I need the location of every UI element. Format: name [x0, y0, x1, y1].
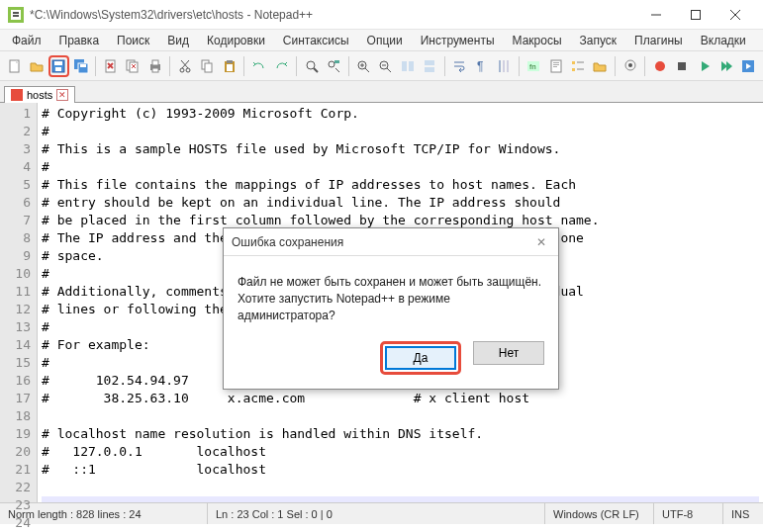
- svg-rect-3: [13, 15, 19, 17]
- svg-rect-5: [692, 10, 701, 19]
- toolbar-separator: [519, 56, 520, 76]
- menu-плагины[interactable]: Плагины: [626, 32, 691, 49]
- replace-icon[interactable]: [323, 55, 343, 77]
- svg-point-65: [628, 63, 632, 67]
- svg-rect-34: [227, 64, 233, 71]
- menu-синтаксисы[interactable]: Синтаксисы: [275, 32, 357, 49]
- toolbar-separator: [644, 56, 645, 76]
- svg-line-36: [314, 68, 318, 72]
- svg-rect-59: [553, 66, 557, 67]
- svg-rect-2: [13, 12, 19, 14]
- dialog-message-1: Файл не может быть сохранен и может быть…: [238, 274, 544, 291]
- open-file-icon[interactable]: [26, 55, 47, 77]
- menu-запуск[interactable]: Запуск: [572, 32, 625, 49]
- status-bar: Norm length : 828 lines : 24 Ln : 23 Col…: [0, 502, 763, 524]
- dialog-yes-button[interactable]: Да: [385, 346, 456, 370]
- svg-rect-49: [425, 67, 434, 72]
- unsaved-icon: [11, 89, 23, 101]
- dialog-no-button[interactable]: Нет: [473, 341, 544, 365]
- svg-rect-24: [152, 60, 158, 65]
- play-macro-icon[interactable]: [694, 55, 715, 77]
- dialog-yes-highlight: Да: [380, 341, 461, 375]
- menu-правка[interactable]: Правка: [51, 32, 108, 49]
- menu-кодировки[interactable]: Кодировки: [199, 32, 273, 49]
- paste-icon[interactable]: [219, 55, 239, 77]
- doc-map-icon[interactable]: [545, 55, 566, 77]
- show-all-chars-icon[interactable]: ¶: [471, 55, 492, 77]
- svg-rect-58: [553, 64, 559, 65]
- close-button[interactable]: [715, 1, 755, 29]
- svg-line-45: [387, 68, 391, 72]
- sync-h-icon[interactable]: [419, 55, 439, 77]
- svg-marker-68: [702, 61, 710, 71]
- cut-icon[interactable]: [174, 55, 195, 77]
- maximize-button[interactable]: [676, 1, 715, 29]
- copy-icon[interactable]: [197, 55, 218, 77]
- dialog-titlebar: Ошибка сохранения ✕: [224, 228, 558, 256]
- svg-line-29: [181, 60, 188, 68]
- dialog-close-icon[interactable]: ✕: [532, 235, 550, 249]
- new-file-icon[interactable]: [4, 55, 25, 77]
- menu-файл[interactable]: Файл: [4, 32, 49, 49]
- lang-icon[interactable]: fn: [524, 55, 544, 77]
- menu-опции[interactable]: Опции: [359, 32, 411, 49]
- svg-rect-47: [409, 61, 414, 71]
- status-length: Norm length : 828 lines : 24: [0, 503, 208, 524]
- tab-hosts[interactable]: hosts ✕: [4, 86, 75, 103]
- svg-text:¶: ¶: [477, 59, 483, 73]
- print-icon[interactable]: [144, 55, 165, 77]
- status-mode[interactable]: INS: [723, 503, 763, 524]
- toolbar-separator: [95, 56, 96, 76]
- svg-line-42: [365, 68, 369, 72]
- window-title: *C:\Windows\System32\drivers\etc\hosts -…: [30, 8, 636, 22]
- title-bar: *C:\Windows\System32\drivers\etc\hosts -…: [0, 0, 763, 30]
- find-icon[interactable]: [301, 55, 322, 77]
- status-encoding[interactable]: UTF-8: [654, 503, 723, 524]
- tab-close-icon[interactable]: ✕: [56, 89, 68, 101]
- stop-macro-icon[interactable]: [672, 55, 693, 77]
- toolbar-separator: [296, 56, 297, 76]
- svg-rect-46: [402, 61, 407, 71]
- zoom-in-icon[interactable]: [353, 55, 374, 77]
- dialog-body: Файл не может быть сохранен и может быть…: [224, 256, 558, 331]
- close-file-icon[interactable]: [100, 55, 121, 77]
- save-error-dialog: Ошибка сохранения ✕ Файл не может быть с…: [223, 227, 559, 390]
- svg-rect-48: [425, 60, 434, 65]
- toolbar-separator: [615, 56, 616, 76]
- menu-вид[interactable]: Вид: [159, 32, 197, 49]
- status-position: Ln : 23 Col : 1 Sel : 0 | 0: [208, 503, 545, 524]
- monitor-icon[interactable]: [620, 55, 640, 77]
- close-all-icon[interactable]: [123, 55, 143, 77]
- window-controls: [636, 1, 755, 29]
- record-macro-icon[interactable]: [649, 55, 670, 77]
- menu-вкладки[interactable]: Вкладки: [693, 32, 754, 49]
- folder-icon[interactable]: [590, 55, 611, 77]
- status-eol[interactable]: Windows (CR LF): [545, 503, 654, 524]
- menu-макросы[interactable]: Макросы: [505, 32, 570, 49]
- save-icon[interactable]: [48, 55, 69, 77]
- svg-rect-25: [152, 68, 158, 72]
- sync-v-icon[interactable]: [397, 55, 418, 77]
- save-all-icon[interactable]: [70, 55, 91, 77]
- zoom-out-icon[interactable]: [375, 55, 396, 77]
- indent-guide-icon[interactable]: [493, 55, 514, 77]
- wordwrap-icon[interactable]: [449, 55, 470, 77]
- tab-label: hosts: [27, 89, 52, 101]
- svg-rect-20: [130, 62, 138, 72]
- save-macro-icon[interactable]: [738, 55, 759, 77]
- svg-text:fn: fn: [529, 62, 536, 71]
- minimize-button[interactable]: [636, 1, 676, 29]
- func-list-icon[interactable]: [567, 55, 588, 77]
- svg-rect-38: [334, 60, 339, 63]
- menu-?[interactable]: ?: [756, 32, 763, 49]
- dialog-title-text: Ошибка сохранения: [232, 235, 343, 249]
- svg-point-26: [180, 68, 184, 72]
- menu-поиск[interactable]: Поиск: [109, 32, 157, 49]
- redo-icon[interactable]: [271, 55, 292, 77]
- svg-point-27: [186, 68, 190, 72]
- dialog-buttons: Да Нет: [224, 331, 558, 389]
- play-multi-icon[interactable]: [715, 55, 736, 77]
- undo-icon[interactable]: [248, 55, 269, 77]
- menu-инструменты[interactable]: Инструменты: [413, 32, 503, 49]
- svg-line-28: [182, 60, 189, 68]
